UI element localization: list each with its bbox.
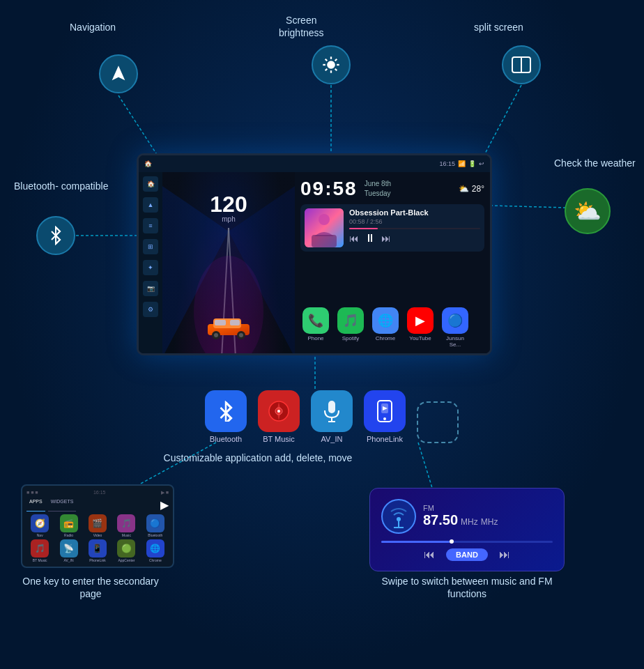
dock-empty-slot: [417, 401, 459, 443]
app-phone[interactable]: 📞 Phone: [300, 307, 331, 348]
fm-antenna-icon: [381, 499, 416, 534]
thumb-tab-apps[interactable]: APPS: [26, 498, 45, 512]
dock-avin-icon: [311, 390, 353, 432]
phone-icon: 📞: [302, 307, 329, 334]
fm-card: FM 87.50 MHz MHz ⏮ BAND ⏭: [369, 488, 565, 571]
thumb-video-icon: 🎬: [89, 514, 107, 532]
thumb-time: 16:15: [93, 490, 106, 495]
navigation-icon-circle: [99, 54, 138, 93]
fm-info: FM 87.50 MHz MHz: [423, 504, 553, 528]
brightness-label: Screenbrightness: [279, 14, 324, 39]
thumb-tab-widgets[interactable]: WIDGETS: [48, 498, 77, 512]
topbar-time: 16:15: [439, 160, 455, 167]
svg-point-33: [319, 214, 330, 225]
app-youtube[interactable]: ▶ YouTube: [405, 307, 436, 348]
dock-btmusic-icon: [258, 390, 300, 432]
album-art: [305, 208, 344, 247]
datetime-row: 09:58 June 8th Tuesday ⛅ 28°: [300, 178, 484, 200]
day-line: Tuesday: [365, 189, 391, 199]
dock-btmusic-label: BT Music: [263, 435, 295, 443]
secondary-page-thumb: ■ ■ ■ 16:15 ▶ ■ APPS WIDGETS ▶ 🧭 Nav 📻 R…: [21, 484, 174, 568]
home-icon: 🏠: [144, 160, 152, 167]
thumb-app-phonelink: 📱 PhoneLink: [84, 539, 111, 562]
thumb-app-radio: 📻 Radio: [55, 514, 82, 537]
thumb-app-bt: 🔵 Bluetooth: [142, 514, 169, 537]
sidebar-home: 🏠: [143, 176, 158, 192]
album-art-svg: [305, 208, 344, 247]
app-dock: Bluetooth BT Music AV_IN: [202, 390, 461, 443]
dock-phonelink-label: PhoneLink: [367, 435, 403, 443]
app-junsun[interactable]: 🔵 Junsun Se...: [440, 307, 470, 348]
thumb-icons: ▶ ■: [161, 490, 169, 495]
topbar-icons: 16:15 📶 🔋 ↩: [439, 160, 484, 167]
bluetooth-icon-circle: [36, 216, 75, 255]
bt-icon-svg: [215, 401, 236, 422]
screen-topbar: 🏠 16:15 📶 🔋 ↩: [139, 155, 490, 172]
next-btn[interactable]: ⏭: [381, 233, 391, 244]
fm-progress-fill: [381, 541, 450, 543]
screen-right-panel: 09:58 June 8th Tuesday ⛅ 28°: [295, 172, 490, 353]
fm-next-btn[interactable]: ⏭: [499, 548, 510, 561]
avin-svg: [321, 399, 342, 423]
song-progress: 00:58 / 2:56: [349, 218, 480, 225]
dock-bluetooth[interactable]: Bluetooth: [202, 390, 250, 443]
svg-line-14: [335, 69, 337, 71]
dock-avin[interactable]: AV_IN: [308, 390, 355, 443]
svg-rect-26: [215, 320, 226, 325]
thumb-appcenter-icon: 🟢: [117, 539, 135, 558]
thumb-tab-arrow: ▶: [160, 498, 169, 512]
thumb-phonelink-icon: 📱: [89, 539, 107, 558]
app-spotify[interactable]: 🎵 Spotify: [335, 307, 366, 348]
fm-prev-btn[interactable]: ⏮: [424, 548, 435, 561]
car-svg: [201, 312, 256, 339]
dock-avin-label: AV_IN: [321, 435, 343, 443]
thumb-tabs: APPS WIDGETS ▶: [26, 498, 169, 512]
fm-band-button[interactable]: BAND: [446, 548, 488, 561]
progress-fill: [349, 228, 378, 229]
weather-icon-circle: ⛅: [565, 188, 611, 234]
spotify-label: Spotify: [342, 335, 359, 341]
fm-controls: ⏮ BAND ⏭: [381, 548, 553, 561]
big-clock: 09:58: [300, 178, 358, 200]
playback-controls: ⏮ ⏸ ⏭: [349, 232, 480, 245]
app-chrome[interactable]: 🌐 Chrome: [370, 307, 401, 348]
thumb-app-avin: 📡 AV_IN: [55, 539, 82, 562]
sidebar-bt: ✦: [143, 260, 158, 275]
topbar-signal: 📶: [458, 160, 466, 167]
thumb-app-btmusic: 🎵 BT Music: [26, 539, 53, 562]
dock-empty[interactable]: [414, 401, 461, 443]
youtube-icon: ▶: [407, 307, 434, 334]
split-screen-label: split screen: [474, 21, 523, 33]
brightness-icon-circle: [312, 45, 351, 84]
svg-line-13: [325, 59, 328, 61]
dock-btmusic[interactable]: BT Music: [255, 390, 302, 443]
thumb-topbar: ■ ■ ■ 16:15 ▶ ■: [26, 490, 169, 495]
thumb-app-music: 🎵 Music: [113, 514, 139, 537]
thumb-avin-icon: 📡: [60, 539, 78, 558]
dock-phonelink[interactable]: PhoneLink: [361, 390, 408, 443]
prev-btn[interactable]: ⏮: [349, 233, 359, 244]
play-pause-btn[interactable]: ⏸: [365, 232, 376, 245]
navigation-label: Navigation: [70, 21, 116, 33]
thumb-app-chrome: 🌐 Chrome: [142, 539, 169, 562]
thumb-chrome-icon: 🌐: [146, 539, 164, 558]
dock-phonelink-icon: [364, 390, 406, 432]
fm-progress-handle: [450, 539, 454, 544]
svg-point-45: [397, 517, 401, 521]
speed-value: 120: [210, 193, 247, 215]
chrome-label: Chrome: [376, 335, 395, 341]
fm-freq-row: 87.50 MHz MHz: [423, 512, 553, 528]
thumb-radio-icon: 📻: [60, 514, 78, 532]
svg-rect-38: [328, 401, 335, 413]
svg-line-15: [325, 69, 328, 71]
bluetooth-label: Bluetooth- compatible: [14, 180, 108, 192]
weather-icon-small: ⛅: [459, 184, 469, 194]
thumb-bt-icon: 🔵: [146, 514, 164, 532]
junsun-icon: 🔵: [442, 307, 468, 334]
sidebar-nav: ▲: [143, 197, 158, 213]
phonelink-svg: [376, 399, 393, 423]
spotify-icon: 🎵: [337, 307, 364, 334]
svg-point-8: [327, 61, 335, 69]
svg-rect-27: [230, 320, 240, 325]
secondary-page-label: One key to enter the secondary page: [14, 575, 167, 600]
